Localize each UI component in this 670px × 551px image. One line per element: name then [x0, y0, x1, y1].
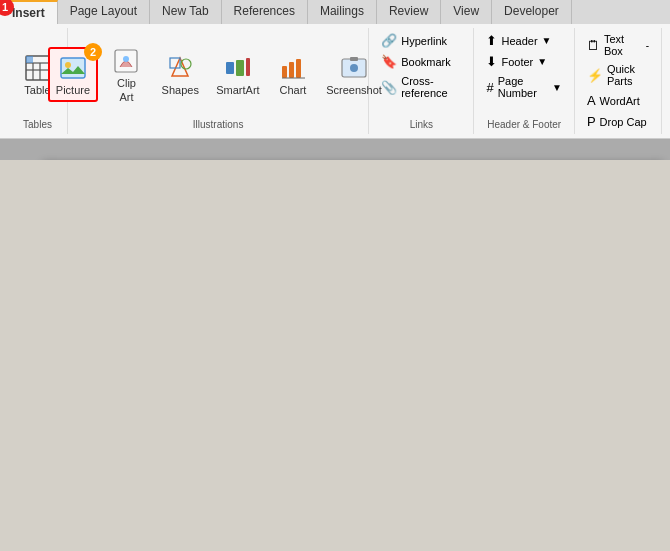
ribbon-group-illustrations: Picture 2 Clip Art — [68, 28, 369, 134]
textbox-icon: 🗒 — [587, 38, 600, 53]
tab-page-layout[interactable]: Page Layout — [58, 0, 150, 24]
svg-point-7 — [65, 62, 71, 68]
wordart-label: WordArt — [600, 95, 640, 107]
bookmark-button[interactable]: 🔖 Bookmark — [377, 53, 455, 70]
svg-rect-14 — [236, 60, 244, 76]
picture-button-label: Picture — [56, 84, 90, 97]
smartart-button[interactable]: SmartArt — [210, 48, 267, 101]
dropcap-label: Drop Cap — [600, 116, 647, 128]
shapes-button-label: Shapes — [162, 84, 199, 97]
tables-group-label: Tables — [23, 119, 52, 130]
dropcap-button[interactable]: P Drop Cap — [583, 113, 651, 130]
quickparts-icon: ⚡ — [587, 68, 603, 83]
tab-review[interactable]: Review — [377, 0, 441, 24]
crossref-button[interactable]: 📎 Cross-reference — [377, 74, 465, 100]
ribbon-content: Table Tables Picture — [0, 24, 670, 139]
links-group-label: Links — [410, 119, 433, 130]
page-number-label: Page Number — [498, 75, 548, 99]
svg-rect-5 — [26, 56, 33, 63]
headerfooter-group-label: Header & Footer — [487, 119, 561, 130]
clipart-button-label: Clip Art — [109, 77, 144, 103]
document-area — [0, 140, 670, 160]
textbox-label: Text Box — [604, 33, 642, 57]
quickparts-button[interactable]: ⚡ Quick Parts — [583, 62, 653, 88]
chart-button[interactable]: Chart — [270, 48, 315, 101]
ribbon-tabs: Insert 1 Page Layout New Tab References … — [0, 0, 670, 24]
header-button[interactable]: ⬆ Header ▼ — [482, 32, 555, 49]
svg-rect-22 — [350, 57, 358, 61]
svg-rect-16 — [282, 66, 287, 78]
footer-label: Footer — [501, 56, 533, 68]
crossref-icon: 📎 — [381, 80, 397, 95]
illustrations-group-label: Illustrations — [193, 119, 244, 130]
textbox-button[interactable]: 🗒 Text Box - — [583, 32, 653, 58]
chart-button-label: Chart — [280, 84, 307, 97]
picture-icon — [57, 52, 89, 84]
svg-rect-17 — [289, 62, 294, 78]
tab-new-tab[interactable]: New Tab — [150, 0, 221, 24]
hyperlink-icon: 🔗 — [381, 33, 397, 48]
step2-badge: 2 — [84, 43, 102, 61]
tab-mailings[interactable]: Mailings — [308, 0, 377, 24]
svg-rect-18 — [296, 59, 301, 78]
footer-icon: ⬇ — [486, 54, 497, 69]
smartart-button-label: SmartArt — [216, 84, 259, 97]
tab-references[interactable]: References — [222, 0, 308, 24]
clipart-icon — [110, 45, 142, 77]
svg-rect-15 — [246, 58, 250, 76]
page-number-button[interactable]: # Page Number ▼ — [482, 74, 565, 100]
shapes-button[interactable]: Shapes — [155, 48, 206, 101]
svg-rect-13 — [226, 62, 234, 74]
shapes-icon — [164, 52, 196, 84]
quickparts-label: Quick Parts — [607, 63, 649, 87]
hyperlink-label: Hyperlink — [401, 35, 447, 47]
svg-rect-6 — [61, 58, 85, 78]
bookmark-icon: 🔖 — [381, 54, 397, 69]
tab-developer[interactable]: Developer — [492, 0, 572, 24]
table-button-label: Table — [24, 84, 50, 97]
header-icon: ⬆ — [486, 33, 497, 48]
footer-button[interactable]: ⬇ Footer ▼ — [482, 53, 551, 70]
svg-point-21 — [350, 64, 358, 72]
ribbon-group-links: 🔗 Hyperlink 🔖 Bookmark 📎 Cross-reference… — [369, 28, 474, 134]
smartart-icon — [222, 52, 254, 84]
chart-icon — [277, 52, 309, 84]
wordart-icon: A — [587, 93, 596, 108]
tab-view[interactable]: View — [441, 0, 492, 24]
wordart-button[interactable]: A WordArt — [583, 92, 644, 109]
tab-insert[interactable]: Insert 1 — [0, 0, 58, 24]
page-number-icon: # — [486, 80, 493, 95]
screenshot-icon — [338, 52, 370, 84]
clipart-button[interactable]: Clip Art — [102, 41, 151, 107]
svg-point-9 — [123, 56, 129, 62]
ribbon: Insert 1 Page Layout New Tab References … — [0, 0, 670, 140]
bookmark-label: Bookmark — [401, 56, 451, 68]
dropcap-icon: P — [587, 114, 596, 129]
crossref-label: Cross-reference — [401, 75, 461, 99]
ribbon-group-text: 🗒 Text Box - ⚡ Quick Parts A WordArt P — [575, 28, 662, 134]
hyperlink-button[interactable]: 🔗 Hyperlink — [377, 32, 451, 49]
tab-insert-label: Insert — [12, 6, 45, 20]
ribbon-group-headerfooter: ⬆ Header ▼ ⬇ Footer ▼ # Page Number ▼ — [474, 28, 574, 134]
header-label: Header — [501, 35, 537, 47]
